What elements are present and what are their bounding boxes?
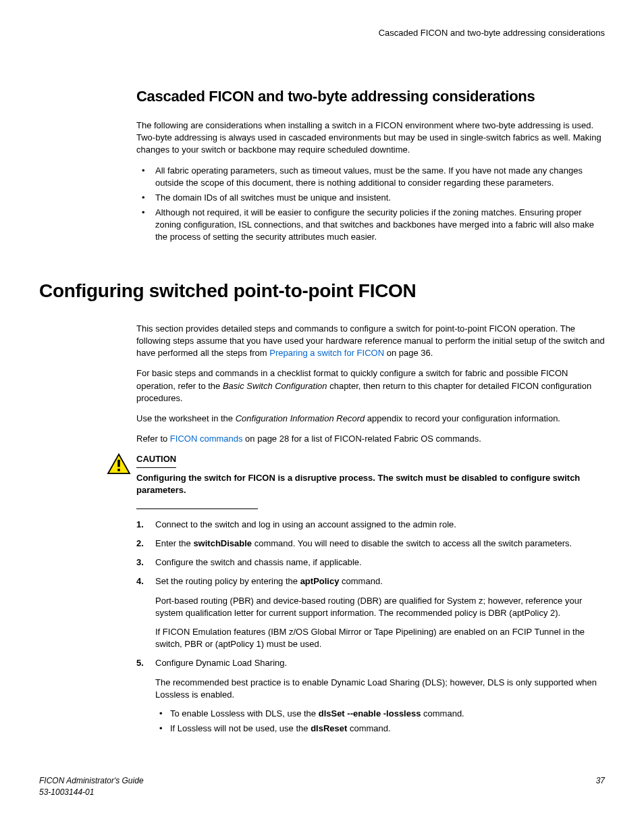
step-4: Set the routing policy by entering the a… [136,575,605,650]
steps-list: Connect to the switch and log in using a… [136,519,605,735]
link-ficon-commands[interactable]: FICON commands [170,434,243,444]
section2-title: Configuring switched point-to-point FICO… [39,278,605,304]
step-3: Configure the switch and chassis name, i… [136,556,605,569]
list-item: Although not required, it will be easier… [136,207,605,244]
section2-p1: This section provides detailed steps and… [136,323,605,360]
step-5-subbullets: To enable Lossless with DLS, use the dls… [155,708,605,735]
step-1: Connect to the switch and log in using a… [136,519,605,531]
section1-bullets: All fabric operating parameters, such as… [136,165,605,244]
caution-block: CAUTION Configuring the switch for FICON… [136,453,605,496]
caution-label: CAUTION [136,453,176,467]
step-4-para1: Port-based routing (PBR) and device-base… [155,595,605,619]
divider [136,509,258,509]
list-item: All fabric operating parameters, such as… [136,165,605,189]
list-item: The domain IDs of all switches must be u… [136,192,605,204]
footer-page-number: 37 [596,775,605,798]
section2-p4: Refer to FICON commands on page 28 for a… [136,433,605,445]
footer-left: FICON Administrator's Guide 53-1003144-0… [39,775,144,798]
running-header: Cascaded FICON and two-byte addressing c… [39,27,605,39]
page-footer: FICON Administrator's Guide 53-1003144-0… [39,775,605,798]
list-item: If Lossless will not be used, use the dl… [155,723,605,735]
list-item: To enable Lossless with DLS, use the dls… [155,708,605,720]
svg-rect-1 [117,460,120,467]
content-section-1: Cascaded FICON and two-byte addressing c… [136,86,605,243]
section2-p2: For basic steps and commands in a checkl… [136,367,605,405]
caution-icon [107,453,131,478]
link-preparing-switch[interactable]: Preparing a switch for FICON [269,348,384,358]
section2-p3: Use the worksheet in the Configuration I… [136,413,605,425]
section1-title: Cascaded FICON and two-byte addressing c… [136,86,605,107]
step-5: Configure Dynamic Load Sharing. The reco… [136,657,605,735]
step-2: Enter the switchDisable command. You wil… [136,538,605,550]
caution-text: Configuring the switch for FICON is a di… [136,472,605,496]
content-section-2: This section provides detailed steps and… [136,323,605,735]
step-5-para1: The recommended best practice is to enab… [155,677,605,701]
svg-rect-2 [117,469,120,471]
step-4-para2: If FICON Emulation features (IBM z/OS Gl… [155,626,605,650]
section1-intro: The following are considerations when in… [136,120,605,157]
